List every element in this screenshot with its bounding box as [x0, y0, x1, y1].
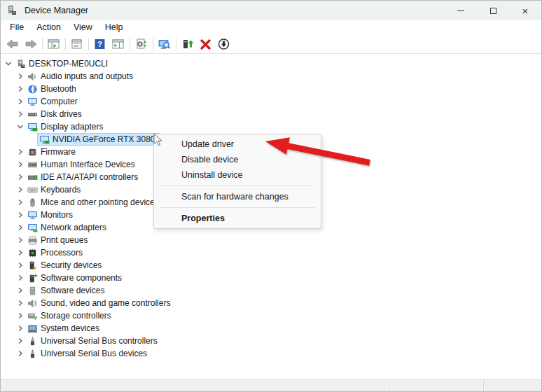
menu-file[interactable]: File	[4, 21, 30, 34]
menu-help[interactable]: Help	[99, 21, 130, 34]
tree-item-body[interactable]: Universal Serial Bus controllers	[25, 335, 162, 347]
chevron-right-icon[interactable]	[15, 260, 25, 270]
tree-item-body[interactable]: NVIDIA GeForce RTX 3080	[37, 133, 160, 146]
context-menu-item-properties[interactable]: Properties	[154, 211, 321, 226]
chevron-right-icon[interactable]	[15, 223, 25, 232]
tree-item-computer[interactable]: Computer	[1, 95, 541, 108]
tree-item-body[interactable]: Display adapters	[25, 120, 107, 133]
menu-action[interactable]: Action	[30, 21, 67, 34]
tree-item-bluetooth[interactable]: Bluetooth	[1, 83, 541, 95]
show-console-tree-button[interactable]	[45, 36, 63, 52]
tree-item-body[interactable]: Universal Serial Bus devices	[25, 347, 151, 360]
properties-window-icon	[70, 38, 84, 50]
chevron-down-icon[interactable]	[15, 122, 25, 132]
tree-item-label: Security devices	[41, 260, 103, 270]
context-menu-item-disable-device[interactable]: Disable device	[154, 152, 321, 167]
tree-item-body[interactable]: Sound, video and game controllers	[25, 297, 174, 309]
scan-hardware-button[interactable]	[132, 36, 151, 52]
tree-item-audio-inputs-and-outputs[interactable]: Audio inputs and outputs	[1, 70, 541, 83]
tree-item-body[interactable]: Storage controllers	[25, 309, 116, 322]
tree-item-print-queues[interactable]: Print queues	[1, 234, 541, 246]
back-button[interactable]	[4, 36, 22, 52]
uninstall-device-icon	[199, 38, 213, 50]
tree-item-body[interactable]: Software components	[25, 272, 126, 284]
properties-window-button[interactable]	[68, 36, 86, 52]
disable-device-button[interactable]	[215, 36, 233, 52]
chevron-right-icon[interactable]	[15, 147, 25, 157]
display-icon	[39, 134, 50, 144]
tree-item-processors[interactable]: Processors	[1, 246, 541, 259]
context-menu-item-scan-for-hardware-changes[interactable]: Scan for hardware changes	[154, 189, 321, 204]
tree-item-body[interactable]: Audio inputs and outputs	[25, 70, 137, 83]
tree-item-body[interactable]: System devices	[25, 322, 104, 335]
chevron-right-icon[interactable]	[15, 185, 25, 195]
tree-item-body[interactable]: Security devices	[25, 259, 106, 272]
minimize-button[interactable]	[445, 1, 477, 20]
tree-item-display-adapters[interactable]: Display adapters	[1, 120, 541, 133]
chevron-right-icon[interactable]	[15, 160, 25, 169]
chevron-right-icon[interactable]	[15, 172, 25, 182]
tree-item-body[interactable]: Monitors	[25, 209, 77, 221]
toolbar: ?	[1, 34, 541, 54]
tree-item-body[interactable]: Software devices	[25, 284, 109, 297]
tree-item-storage-controllers[interactable]: Storage controllers	[1, 309, 541, 322]
tree-item-body[interactable]: Network adapters	[25, 221, 111, 234]
chevron-right-icon[interactable]	[15, 298, 25, 308]
uninstall-device-button[interactable]	[197, 36, 215, 52]
chevron-right-icon[interactable]	[15, 84, 25, 94]
chevron-right-icon[interactable]	[15, 197, 25, 207]
tree-item-software-components[interactable]: Software components	[1, 272, 541, 284]
tree-item-body[interactable]: Mice and other pointing devices	[25, 196, 163, 209]
update-driver-icon	[181, 38, 195, 50]
tree-item-body[interactable]: Bluetooth	[25, 83, 81, 95]
chevron-right-icon[interactable]	[15, 97, 25, 106]
tree-item-universal-serial-bus-controllers[interactable]: Universal Serial Bus controllers	[1, 335, 541, 347]
tree-item-body[interactable]: IDE ATA/ATAPI controllers	[25, 171, 142, 183]
help-icon: ?	[93, 38, 107, 50]
tree-item-disk-drives[interactable]: Disk drives	[1, 108, 541, 120]
tree-item-sound-video-and-game-controllers[interactable]: Sound, video and game controllers	[1, 297, 541, 309]
tree-item-body[interactable]: Human Interface Devices	[25, 158, 139, 171]
tree-item-security-devices[interactable]: Security devices	[1, 259, 541, 272]
chevron-right-icon[interactable]	[15, 336, 25, 346]
show-action-pane-icon	[111, 38, 125, 50]
close-button[interactable]: ×	[509, 1, 541, 20]
tree-item-label: Mice and other pointing devices	[41, 197, 160, 207]
remote-computer-button[interactable]	[155, 36, 174, 52]
tree-item-body[interactable]: Keyboards	[25, 183, 85, 196]
help-button[interactable]: ?	[91, 36, 109, 52]
tree-item-software-devices[interactable]: Software devices	[1, 284, 541, 297]
chevron-right-icon[interactable]	[15, 210, 25, 220]
chevron-right-icon[interactable]	[15, 235, 25, 245]
keyboard-icon	[27, 185, 38, 195]
tree-item-body[interactable]: Processors	[25, 246, 87, 259]
tree-item-label: IDE ATA/ATAPI controllers	[41, 172, 139, 182]
forward-button[interactable]	[22, 36, 40, 52]
tree-item-system-devices[interactable]: System devices	[1, 322, 541, 335]
chevron-right-icon[interactable]	[15, 273, 25, 283]
context-menu-item-uninstall-device[interactable]: Uninstall device	[154, 167, 321, 183]
tree-item-body[interactable]: DESKTOP-ME0UCLI	[13, 57, 112, 70]
chevron-right-icon[interactable]	[15, 323, 25, 333]
chevron-right-icon[interactable]	[15, 286, 25, 295]
chevron-right-icon[interactable]	[15, 311, 25, 321]
chevron-right-icon[interactable]	[15, 109, 25, 119]
software-comp-icon	[27, 273, 38, 283]
show-action-pane-button[interactable]	[109, 36, 127, 52]
tree-item-body[interactable]: Computer	[25, 95, 82, 108]
menu-view[interactable]: View	[67, 21, 99, 34]
chevron-right-icon[interactable]	[15, 349, 25, 358]
toolbar-separator	[65, 38, 66, 50]
chevron-right-icon[interactable]	[15, 71, 25, 81]
tree-item-desktop-me0ucli[interactable]: DESKTOP-ME0UCLI	[1, 57, 541, 70]
tree-item-body[interactable]: Firmware	[25, 146, 80, 158]
chevron-right-icon[interactable]	[15, 248, 25, 258]
chevron-down-icon[interactable]	[4, 59, 13, 69]
toolbar-separator	[176, 38, 176, 50]
context-menu-item-update-driver[interactable]: Update driver	[154, 136, 321, 152]
tree-item-body[interactable]: Disk drives	[25, 108, 86, 120]
maximize-button[interactable]	[477, 1, 509, 20]
tree-item-body[interactable]: Print queues	[25, 234, 92, 246]
update-driver-button[interactable]	[179, 36, 197, 52]
tree-item-universal-serial-bus-devices[interactable]: Universal Serial Bus devices	[1, 347, 541, 360]
